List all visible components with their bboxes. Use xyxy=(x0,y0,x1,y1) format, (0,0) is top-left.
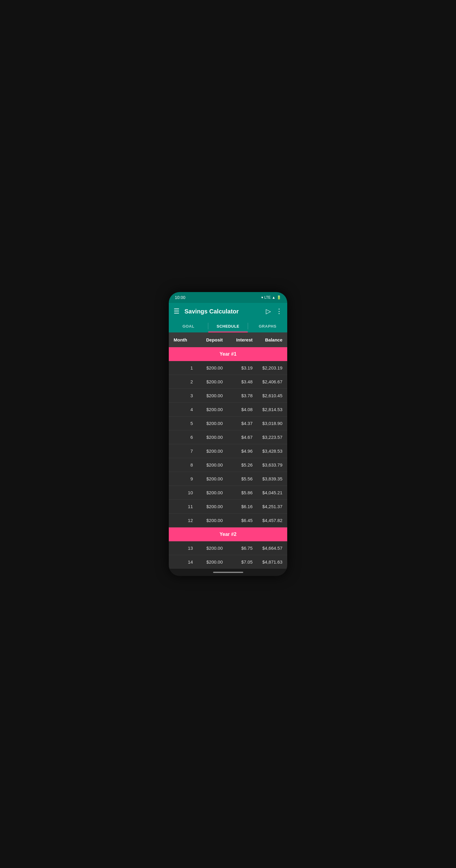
table-row: 7$200.00$4.96$3,428.53 xyxy=(169,444,287,458)
cell-deposit: $200.00 xyxy=(195,486,225,499)
cell-month: 7 xyxy=(171,444,195,458)
cell-balance: $2,406.67 xyxy=(255,375,285,389)
cell-interest: $4.96 xyxy=(225,444,255,458)
header-balance: Balance xyxy=(255,333,285,347)
cell-balance: $3,839.35 xyxy=(255,472,285,486)
cell-deposit: $200.00 xyxy=(195,403,225,416)
cell-month: 14 xyxy=(171,555,195,569)
cell-deposit: $200.00 xyxy=(195,416,225,430)
table-row: 6$200.00$4.67$3,223.57 xyxy=(169,430,287,444)
table-row: 14$200.00$7.05$4,871.63 xyxy=(169,555,287,569)
year-header-2: Year #2 xyxy=(169,527,287,541)
cell-month: 9 xyxy=(171,472,195,486)
cell-balance: $4,045.21 xyxy=(255,486,285,499)
menu-icon[interactable]: ☰ xyxy=(174,307,180,315)
cell-deposit: $200.00 xyxy=(195,500,225,513)
lte-label: LTE xyxy=(264,296,271,300)
table-row: 12$200.00$6.45$4,457.82 xyxy=(169,514,287,527)
cell-deposit: $200.00 xyxy=(195,430,225,444)
cell-deposit: $200.00 xyxy=(195,375,225,389)
table-content: Year #11$200.00$3.19$2,203.192$200.00$3.… xyxy=(169,347,287,569)
signal-icon: ▲ xyxy=(272,296,275,300)
home-indicator xyxy=(169,569,287,576)
cell-month: 4 xyxy=(171,403,195,416)
status-bar: 10:00 ▾ LTE ▲ 🔋 xyxy=(169,292,287,303)
cell-balance: $4,457.82 xyxy=(255,514,285,527)
cell-interest: $6.16 xyxy=(225,500,255,513)
cell-interest: $3.48 xyxy=(225,375,255,389)
cell-balance: $4,664.57 xyxy=(255,541,285,555)
table-row: 11$200.00$6.16$4,251.37 xyxy=(169,500,287,514)
cell-deposit: $200.00 xyxy=(195,514,225,527)
cell-interest: $3.19 xyxy=(225,361,255,375)
cell-interest: $5.86 xyxy=(225,486,255,499)
table-row: 8$200.00$5.26$3,633.79 xyxy=(169,458,287,472)
home-bar xyxy=(213,572,243,573)
table-row: 10$200.00$5.86$4,045.21 xyxy=(169,486,287,500)
more-icon[interactable]: ⋮ xyxy=(276,307,282,315)
cell-balance: $2,203.19 xyxy=(255,361,285,375)
tab-bar: GOAL SCHEDULE GRAPHS xyxy=(169,320,287,333)
table-row: 9$200.00$5.56$3,839.35 xyxy=(169,472,287,486)
cell-balance: $3,018.90 xyxy=(255,416,285,430)
cell-month: 12 xyxy=(171,514,195,527)
cell-deposit: $200.00 xyxy=(195,555,225,569)
phone-frame: 10:00 ▾ LTE ▲ 🔋 ☰ Savings Calculator ▷ ⋮… xyxy=(169,292,287,576)
app-bar: ☰ Savings Calculator ▷ ⋮ xyxy=(169,303,287,320)
cell-interest: $5.56 xyxy=(225,472,255,486)
cell-balance: $3,428.53 xyxy=(255,444,285,458)
table-row: 3$200.00$3.78$2,610.45 xyxy=(169,389,287,403)
tab-schedule[interactable]: SCHEDULE xyxy=(208,320,247,333)
cell-month: 10 xyxy=(171,486,195,499)
cell-month: 2 xyxy=(171,375,195,389)
cell-balance: $4,251.37 xyxy=(255,500,285,513)
cell-interest: $6.75 xyxy=(225,541,255,555)
app-title: Savings Calculator xyxy=(184,308,261,315)
cell-deposit: $200.00 xyxy=(195,389,225,402)
cell-month: 8 xyxy=(171,458,195,472)
table-row: 4$200.00$4.08$2,814.53 xyxy=(169,403,287,416)
cell-interest: $7.05 xyxy=(225,555,255,569)
table-row: 5$200.00$4.37$3,018.90 xyxy=(169,416,287,430)
year-header-1: Year #1 xyxy=(169,347,287,361)
cell-deposit: $200.00 xyxy=(195,472,225,486)
cell-balance: $2,610.45 xyxy=(255,389,285,402)
cell-interest: $5.26 xyxy=(225,458,255,472)
wifi-icon: ▾ xyxy=(261,296,263,300)
header-deposit: Deposit xyxy=(195,333,225,347)
share-icon[interactable]: ▷ xyxy=(266,307,271,315)
table-row: 2$200.00$3.48$2,406.67 xyxy=(169,375,287,389)
cell-deposit: $200.00 xyxy=(195,361,225,375)
cell-deposit: $200.00 xyxy=(195,444,225,458)
cell-balance: $3,223.57 xyxy=(255,430,285,444)
cell-deposit: $200.00 xyxy=(195,458,225,472)
cell-deposit: $200.00 xyxy=(195,541,225,555)
cell-balance: $3,633.79 xyxy=(255,458,285,472)
table-header: Month Deposit Interest Balance xyxy=(169,333,287,347)
cell-interest: $4.08 xyxy=(225,403,255,416)
tab-graphs[interactable]: GRAPHS xyxy=(248,320,287,333)
cell-balance: $2,814.53 xyxy=(255,403,285,416)
cell-balance: $4,871.63 xyxy=(255,555,285,569)
table-row: 13$200.00$6.75$4,664.57 xyxy=(169,541,287,555)
battery-icon: 🔋 xyxy=(277,296,281,300)
cell-month: 5 xyxy=(171,416,195,430)
cell-month: 3 xyxy=(171,389,195,402)
header-month: Month xyxy=(171,333,195,347)
status-icons: ▾ LTE ▲ 🔋 xyxy=(261,296,281,300)
cell-interest: $4.37 xyxy=(225,416,255,430)
cell-interest: $6.45 xyxy=(225,514,255,527)
header-interest: Interest xyxy=(225,333,255,347)
tab-goal[interactable]: GOAL xyxy=(169,320,208,333)
cell-interest: $3.78 xyxy=(225,389,255,402)
cell-interest: $4.67 xyxy=(225,430,255,444)
cell-month: 1 xyxy=(171,361,195,375)
table-row: 1$200.00$3.19$2,203.19 xyxy=(169,361,287,375)
cell-month: 13 xyxy=(171,541,195,555)
cell-month: 6 xyxy=(171,430,195,444)
status-time: 10:00 xyxy=(175,295,185,300)
cell-month: 11 xyxy=(171,500,195,513)
